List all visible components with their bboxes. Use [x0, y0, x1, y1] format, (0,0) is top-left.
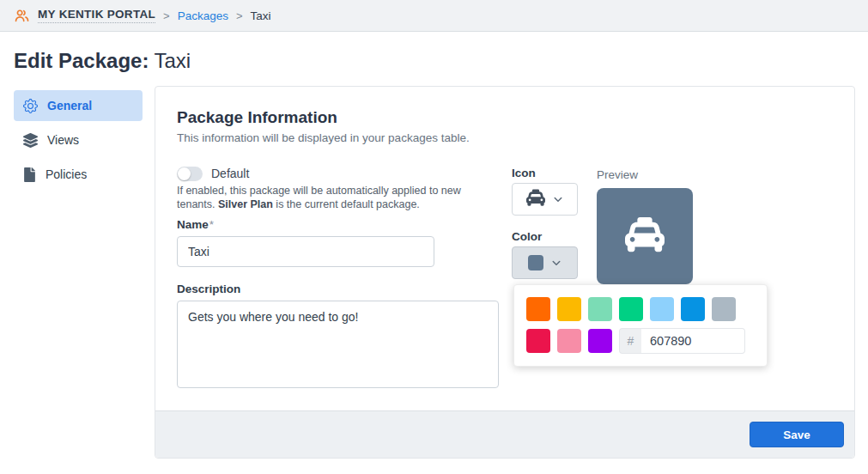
sidebar-item-general[interactable]: General: [14, 90, 143, 121]
card-heading: Package Information: [177, 108, 833, 127]
color-swatch[interactable]: [712, 297, 736, 321]
name-input[interactable]: [177, 236, 434, 267]
layers-icon: [23, 133, 38, 148]
sidebar-item-label: Policies: [46, 167, 87, 181]
color-swatch[interactable]: [557, 297, 581, 321]
users-icon: [14, 8, 30, 24]
swatch-grid: #: [526, 297, 750, 361]
preview-label: Preview: [597, 168, 638, 181]
default-toggle-label: Default: [211, 167, 249, 180]
page-title-label: Edit Package:: [14, 49, 149, 72]
package-form: Default If enabled, this package will be…: [177, 165, 833, 389]
color-swatch[interactable]: [650, 297, 674, 321]
color-swatch[interactable]: [681, 297, 705, 321]
page-title: Edit Package:Taxi: [14, 49, 854, 73]
preview-box: [597, 188, 693, 284]
save-button[interactable]: Save: [750, 422, 844, 447]
color-swatch[interactable]: [619, 297, 643, 321]
required-asterisk: *: [209, 218, 214, 231]
breadcrumb-separator: >: [236, 9, 243, 22]
card-subheading: This information will be displayed in yo…: [177, 131, 833, 144]
sidebar-item-policies[interactable]: Policies: [14, 159, 143, 190]
sidebar-item-label: General: [47, 99, 92, 112]
color-picker-popup: #: [513, 284, 768, 367]
description-label: Description: [177, 283, 240, 295]
portal-name[interactable]: MY KENTIK PORTAL: [38, 8, 155, 23]
toggle-knob: [178, 167, 191, 180]
breadcrumb-separator: >: [163, 9, 170, 22]
sidebar-item-views[interactable]: Views: [14, 125, 143, 155]
card-footer: Save: [155, 410, 854, 458]
breadcrumb-link-packages[interactable]: Packages: [178, 9, 228, 22]
name-label: Name*: [177, 218, 214, 231]
gear-icon: [23, 99, 38, 113]
hex-group: #: [619, 328, 745, 354]
chevron-down-icon: [551, 258, 561, 268]
icon-dropdown[interactable]: [512, 183, 578, 216]
page-title-package-name: Taxi: [154, 49, 191, 72]
selected-color-swatch: [528, 255, 543, 270]
color-swatch[interactable]: [526, 329, 550, 353]
default-help-text: If enabled, this package will be automat…: [177, 184, 501, 211]
default-toggle-row: Default: [177, 165, 249, 182]
color-swatch[interactable]: [588, 297, 612, 321]
description-textarea[interactable]: Gets you where you need to go!: [177, 301, 499, 388]
taxi-icon: [526, 188, 545, 210]
color-swatch[interactable]: [557, 329, 581, 353]
current-default-package-name: Silver Plan: [218, 198, 273, 210]
taxi-icon: [625, 215, 665, 258]
hex-input[interactable]: [641, 328, 745, 354]
color-dropdown[interactable]: [512, 246, 578, 279]
default-toggle[interactable]: [177, 167, 203, 181]
file-icon: [23, 167, 36, 182]
breadcrumb-current-taxi: Taxi: [251, 9, 271, 22]
color-swatch[interactable]: [526, 297, 550, 321]
color-label: Color: [512, 230, 542, 243]
chevron-down-icon: [553, 194, 563, 204]
sidebar: General Views Policies: [14, 86, 143, 193]
color-swatch[interactable]: [588, 329, 612, 353]
breadcrumb-bar: MY KENTIK PORTAL > Packages > Taxi: [0, 0, 868, 32]
package-information-card: Package Information This information wil…: [155, 86, 855, 459]
icon-label: Icon: [512, 167, 536, 179]
sidebar-item-label: Views: [47, 133, 79, 147]
hex-prefix: #: [619, 328, 641, 354]
